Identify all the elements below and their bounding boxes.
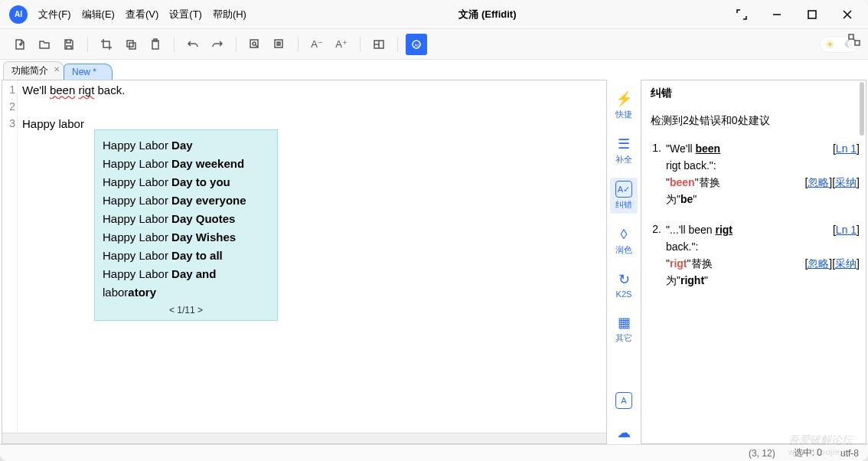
line-number: 3	[2, 117, 15, 134]
paste-icon[interactable]	[145, 34, 166, 55]
accept-link[interactable]: 采纳	[835, 257, 857, 270]
ignore-link[interactable]: 忽略	[808, 176, 829, 188]
error-span[interactable]: been	[50, 83, 75, 96]
autocomplete-popup: Happy Labor DayHappy Labor Day weekendHa…	[94, 129, 278, 321]
editor-body[interactable]: We'll been rigt back. Happy labor Happy …	[18, 80, 606, 443]
layout-icon[interactable]	[368, 34, 390, 55]
font-increase-icon[interactable]: A⁺	[331, 34, 352, 55]
complete-icon: ☰	[615, 136, 632, 152]
find-icon[interactable]	[244, 34, 266, 55]
menu-view[interactable]: 查看(V)	[121, 5, 163, 25]
ai-icon[interactable]: AI	[406, 34, 427, 55]
accept-link[interactable]: 采纳	[835, 176, 857, 188]
close-icon[interactable]: ✕	[54, 65, 60, 74]
rail-correct[interactable]: A✓纠错	[610, 178, 638, 214]
rail-cloud-icon[interactable]: ☁	[610, 421, 638, 444]
panel-title: 纠错	[641, 80, 866, 106]
svg-rect-12	[855, 41, 860, 45]
editor-line[interactable]	[22, 100, 603, 117]
light-icon: ☀	[822, 38, 838, 51]
rail-other[interactable]: ▦其它	[610, 311, 638, 347]
app-icon: AI	[9, 5, 28, 24]
save-icon[interactable]	[58, 34, 80, 55]
encoding: utf-8	[840, 448, 859, 459]
line-number: 1	[2, 83, 15, 100]
rail-a-icon[interactable]: A	[610, 389, 638, 412]
suggestion-item[interactable]: Happy Labor Day weekend	[103, 155, 269, 173]
suggestion-item[interactable]: laboratory	[103, 283, 269, 302]
cursor-position: (3, 12)	[749, 448, 775, 459]
svg-rect-2	[129, 43, 135, 49]
suggestion-item[interactable]: Happy Labor Day and	[103, 265, 269, 283]
new-file-icon[interactable]	[9, 34, 31, 55]
toolbar: A⁻ A⁺ AI ☀ ☾	[0, 29, 868, 60]
rail-complete[interactable]: ☰补全	[610, 132, 638, 168]
grid-icon: ▦	[615, 314, 632, 331]
panel-body: 检测到2处错误和0处建议 1. [Ln 1]"We'll been rigt b…	[641, 106, 866, 443]
menu-help[interactable]: 帮助(H)	[208, 5, 251, 25]
k2s-icon: ↻	[615, 271, 632, 288]
cloud-icon: ☁	[615, 424, 632, 441]
line-gutter: 1 2 3	[2, 80, 18, 443]
suggestion-item[interactable]: Happy Labor Day	[103, 136, 269, 155]
polish-icon: ◊	[615, 226, 632, 243]
suggestion-item[interactable]: Happy Labor Day to all	[103, 247, 269, 265]
window-title: 文涌 (Effidit)	[251, 8, 724, 21]
error-item: 2. [Ln 1]"...'ll been rigt back.": [忽略][…	[651, 221, 860, 289]
undo-icon[interactable]	[182, 34, 204, 55]
letter-a-icon: A	[615, 392, 632, 409]
panel-summary: 检测到2处错误和0处建议	[651, 114, 860, 128]
separator	[360, 37, 361, 52]
crop-icon[interactable]	[96, 34, 117, 55]
menubar: 文件(F) 编辑(E) 查看(V) 设置(T) 帮助(H)	[34, 5, 251, 25]
separator	[236, 37, 237, 52]
menu-edit[interactable]: 编辑(E)	[77, 5, 119, 25]
open-file-icon[interactable]	[34, 34, 55, 55]
separator	[174, 37, 175, 52]
suggestion-item[interactable]: Happy Labor Day Quotes	[103, 210, 269, 228]
bolt-icon: ⚡	[615, 90, 632, 107]
editor-line[interactable]: We'll been rigt back.	[22, 83, 603, 100]
redo-icon[interactable]	[207, 34, 228, 55]
editor-tabs: 功能简介✕ New *	[0, 60, 868, 80]
tab-intro[interactable]: 功能简介✕	[3, 61, 64, 80]
error-item: 1. [Ln 1]"We'll been rigt back.": [忽略][采…	[651, 140, 860, 208]
svg-rect-11	[849, 34, 853, 39]
svg-text:AI: AI	[414, 43, 419, 47]
suggestion-item[interactable]: Happy Labor Day everyone	[103, 191, 269, 210]
line-link[interactable]: Ln 1	[836, 142, 857, 155]
correct-icon: A✓	[615, 181, 632, 198]
rail-k2s[interactable]: ↻K2S	[610, 268, 638, 302]
line-link[interactable]: Ln 1	[836, 224, 857, 236]
rail-polish[interactable]: ◊润色	[610, 223, 638, 259]
menu-file[interactable]: 文件(F)	[34, 5, 76, 25]
separator	[298, 37, 299, 52]
suggestion-pager[interactable]: < 1/11 >	[103, 302, 269, 319]
expand-panel-icon[interactable]	[848, 34, 860, 48]
error-number: 2.	[651, 221, 661, 289]
main-area: 1 2 3 We'll been rigt back. Happy labor …	[0, 80, 868, 444]
rail-quick[interactable]: ⚡快捷	[610, 87, 638, 123]
vertical-scrollbar[interactable]	[858, 80, 866, 443]
font-decrease-icon[interactable]: A⁻	[306, 34, 328, 55]
menu-settings[interactable]: 设置(T)	[165, 5, 207, 25]
maximize-button[interactable]	[795, 0, 830, 29]
error-span[interactable]: rigt	[78, 83, 94, 96]
fullscreen-button[interactable]	[724, 0, 759, 29]
suggestion-item[interactable]: Happy Labor Day to you	[103, 173, 269, 191]
selection-count: 选中: 0	[794, 446, 822, 459]
separator	[397, 37, 398, 52]
tab-new[interactable]: New *	[64, 64, 113, 80]
side-rail: ⚡快捷 ☰补全 A✓纠错 ◊润色 ↻K2S ▦其它 A ☁	[607, 80, 641, 444]
copy-icon[interactable]	[120, 34, 142, 55]
editor[interactable]: 1 2 3 We'll been rigt back. Happy labor …	[2, 80, 607, 444]
ignore-link[interactable]: 忽略	[808, 257, 829, 270]
close-button[interactable]	[830, 0, 865, 29]
svg-rect-0	[808, 11, 816, 18]
error-number: 1.	[651, 140, 661, 208]
suggestion-item[interactable]: Happy Labor Day Wishes	[103, 228, 269, 247]
replace-icon[interactable]	[269, 34, 290, 55]
svg-point-6	[253, 42, 256, 45]
horizontal-scrollbar[interactable]	[2, 433, 606, 443]
minimize-button[interactable]	[759, 0, 795, 29]
